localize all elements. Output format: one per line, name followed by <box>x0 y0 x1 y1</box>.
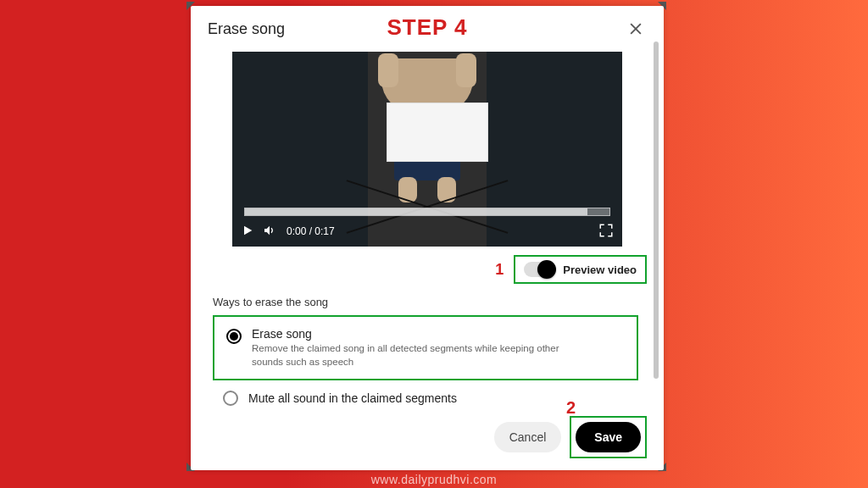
preview-video-toggle[interactable] <box>524 262 554 277</box>
scrub-bar[interactable] <box>244 208 610 216</box>
dialog-scrollbar[interactable] <box>654 42 659 379</box>
video-preview[interactable]: 0:00 / 0:17 <box>232 52 622 247</box>
play-icon <box>241 224 254 237</box>
watermark-text: www.dailyprudhvi.com <box>371 473 498 486</box>
erase-options-heading: Ways to erase the song <box>213 296 647 308</box>
video-controls: 0:00 / 0:17 <box>241 221 614 241</box>
page-background: Erase song STEP 4 <box>0 0 868 488</box>
fullscreen-button[interactable] <box>598 223 614 241</box>
option-title: Mute all sound in the claimed segments <box>248 391 457 405</box>
annotation-callout-2: 2 <box>566 398 576 418</box>
step-label-annotation: STEP 4 <box>387 14 467 41</box>
dialog-title: Erase song <box>208 20 285 38</box>
fullscreen-icon <box>598 223 614 238</box>
annotation-highlight-1: Preview video <box>514 255 647 284</box>
option-title: Erase song <box>252 327 591 341</box>
option-erase-song[interactable]: Erase song Remove the claimed song in al… <box>213 315 638 380</box>
play-button[interactable] <box>241 224 254 240</box>
volume-icon <box>263 224 276 237</box>
radio-selected-icon <box>226 329 242 344</box>
annotation-highlight-2: Save <box>570 416 647 458</box>
radio-unselected-icon <box>223 391 238 406</box>
option-mute-all[interactable]: Mute all sound in the claimed segments <box>223 391 647 406</box>
close-button[interactable] <box>625 18 647 40</box>
preview-video-label: Preview video <box>563 263 637 276</box>
toggle-knob <box>537 260 556 279</box>
erase-song-dialog: Erase song STEP 4 <box>191 6 664 470</box>
video-redaction-box <box>387 103 488 162</box>
scrollbar-thumb[interactable] <box>654 42 659 379</box>
annotation-callout-1: 1 <box>495 261 504 279</box>
save-button[interactable]: Save <box>576 422 641 452</box>
close-icon <box>627 20 644 37</box>
dialog-footer: Cancel Save <box>494 416 647 458</box>
option-description: Remove the claimed song in all detected … <box>252 342 591 369</box>
volume-button[interactable] <box>263 224 276 240</box>
preview-toggle-row: 1 Preview video <box>208 255 647 284</box>
svg-marker-3 <box>264 225 270 235</box>
cancel-button[interactable]: Cancel <box>494 422 562 452</box>
svg-marker-2 <box>244 225 252 235</box>
video-time-display: 0:00 / 0:17 <box>287 225 335 237</box>
